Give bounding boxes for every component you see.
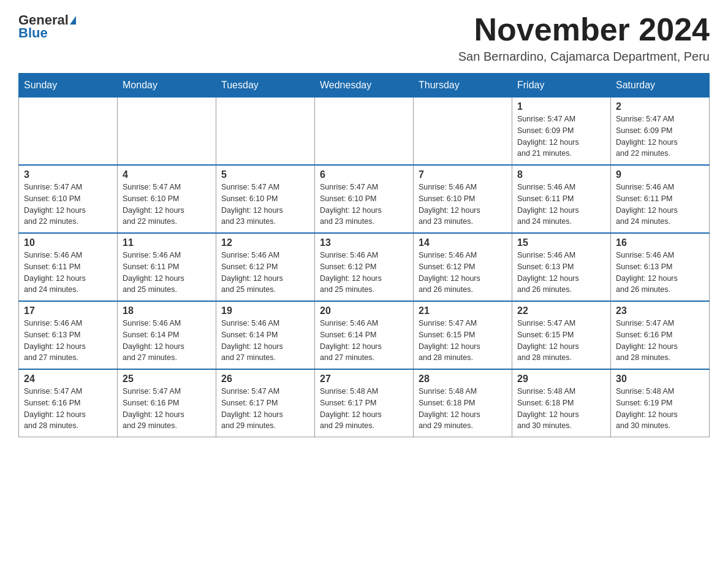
page-header: General Blue November 2024 San Bernardin… (18, 12, 710, 64)
day-number: 14 (419, 237, 507, 248)
day-info: Sunrise: 5:46 AM Sunset: 6:13 PM Dayligh… (24, 318, 112, 364)
calendar-cell: 4Sunrise: 5:47 AM Sunset: 6:10 PM Daylig… (118, 165, 216, 233)
calendar-cell: 9Sunrise: 5:46 AM Sunset: 6:11 PM Daylig… (611, 165, 710, 233)
day-info: Sunrise: 5:47 AM Sunset: 6:15 PM Dayligh… (419, 318, 507, 364)
calendar-cell: 11Sunrise: 5:46 AM Sunset: 6:11 PM Dayli… (118, 233, 216, 301)
week-row-5: 24Sunrise: 5:47 AM Sunset: 6:16 PM Dayli… (19, 369, 710, 437)
calendar-cell: 20Sunrise: 5:46 AM Sunset: 6:14 PM Dayli… (315, 301, 414, 369)
day-info: Sunrise: 5:47 AM Sunset: 6:10 PM Dayligh… (24, 182, 112, 228)
weekday-header-thursday: Thursday (414, 74, 512, 98)
weekday-header-wednesday: Wednesday (315, 74, 414, 98)
day-info: Sunrise: 5:48 AM Sunset: 6:18 PM Dayligh… (517, 386, 605, 432)
day-number: 9 (616, 169, 704, 180)
day-number: 26 (221, 373, 309, 385)
calendar-cell: 6Sunrise: 5:47 AM Sunset: 6:10 PM Daylig… (315, 165, 414, 233)
calendar-cell (118, 98, 216, 166)
calendar-cell: 15Sunrise: 5:46 AM Sunset: 6:13 PM Dayli… (512, 233, 611, 301)
logo-triangle-icon (70, 16, 76, 25)
logo-blue: Blue (18, 25, 48, 41)
day-info: Sunrise: 5:48 AM Sunset: 6:19 PM Dayligh… (616, 386, 704, 432)
day-info: Sunrise: 5:47 AM Sunset: 6:15 PM Dayligh… (517, 318, 605, 364)
day-number: 3 (24, 169, 112, 180)
calendar-table: SundayMondayTuesdayWednesdayThursdayFrid… (18, 73, 710, 437)
calendar-cell: 14Sunrise: 5:46 AM Sunset: 6:12 PM Dayli… (414, 233, 512, 301)
logo: General Blue (18, 12, 76, 41)
day-number: 10 (24, 237, 112, 248)
calendar-cell: 30Sunrise: 5:48 AM Sunset: 6:19 PM Dayli… (611, 369, 710, 437)
day-number: 17 (24, 305, 112, 316)
day-info: Sunrise: 5:46 AM Sunset: 6:12 PM Dayligh… (320, 250, 408, 296)
day-number: 8 (517, 169, 605, 180)
calendar-cell: 29Sunrise: 5:48 AM Sunset: 6:18 PM Dayli… (512, 369, 611, 437)
day-number: 5 (221, 169, 309, 180)
month-title: November 2024 (458, 12, 710, 47)
day-number: 7 (419, 169, 507, 180)
calendar-cell: 7Sunrise: 5:46 AM Sunset: 6:10 PM Daylig… (414, 165, 512, 233)
calendar-cell: 25Sunrise: 5:47 AM Sunset: 6:16 PM Dayli… (118, 369, 216, 437)
day-number: 22 (517, 305, 605, 316)
day-number: 16 (616, 237, 704, 248)
day-info: Sunrise: 5:48 AM Sunset: 6:17 PM Dayligh… (320, 386, 408, 432)
day-number: 12 (221, 237, 309, 248)
day-number: 28 (419, 373, 507, 385)
calendar-cell: 19Sunrise: 5:46 AM Sunset: 6:14 PM Dayli… (216, 301, 315, 369)
calendar-cell: 10Sunrise: 5:46 AM Sunset: 6:11 PM Dayli… (19, 233, 118, 301)
calendar-cell: 5Sunrise: 5:47 AM Sunset: 6:10 PM Daylig… (216, 165, 315, 233)
calendar-cell: 3Sunrise: 5:47 AM Sunset: 6:10 PM Daylig… (19, 165, 118, 233)
day-number: 30 (616, 373, 704, 385)
day-info: Sunrise: 5:46 AM Sunset: 6:12 PM Dayligh… (419, 250, 507, 296)
day-info: Sunrise: 5:47 AM Sunset: 6:10 PM Dayligh… (123, 182, 211, 228)
calendar-cell: 18Sunrise: 5:46 AM Sunset: 6:14 PM Dayli… (118, 301, 216, 369)
day-number: 1 (517, 101, 605, 112)
day-info: Sunrise: 5:46 AM Sunset: 6:14 PM Dayligh… (221, 318, 309, 364)
day-number: 4 (123, 169, 211, 180)
day-info: Sunrise: 5:47 AM Sunset: 6:10 PM Dayligh… (221, 182, 309, 228)
day-info: Sunrise: 5:46 AM Sunset: 6:13 PM Dayligh… (517, 250, 605, 296)
weekday-header-monday: Monday (118, 74, 216, 98)
calendar-cell: 8Sunrise: 5:46 AM Sunset: 6:11 PM Daylig… (512, 165, 611, 233)
calendar-cell: 1Sunrise: 5:47 AM Sunset: 6:09 PM Daylig… (512, 98, 611, 166)
calendar-cell: 12Sunrise: 5:46 AM Sunset: 6:12 PM Dayli… (216, 233, 315, 301)
calendar-cell: 27Sunrise: 5:48 AM Sunset: 6:17 PM Dayli… (315, 369, 414, 437)
week-row-4: 17Sunrise: 5:46 AM Sunset: 6:13 PM Dayli… (19, 301, 710, 369)
calendar-cell (315, 98, 414, 166)
calendar-cell: 21Sunrise: 5:47 AM Sunset: 6:15 PM Dayli… (414, 301, 512, 369)
day-info: Sunrise: 5:47 AM Sunset: 6:09 PM Dayligh… (616, 113, 704, 159)
calendar-cell: 28Sunrise: 5:48 AM Sunset: 6:18 PM Dayli… (414, 369, 512, 437)
day-info: Sunrise: 5:48 AM Sunset: 6:18 PM Dayligh… (419, 386, 507, 432)
weekday-header-row: SundayMondayTuesdayWednesdayThursdayFrid… (19, 74, 710, 98)
day-info: Sunrise: 5:46 AM Sunset: 6:13 PM Dayligh… (616, 250, 704, 296)
calendar-cell: 24Sunrise: 5:47 AM Sunset: 6:16 PM Dayli… (19, 369, 118, 437)
week-row-3: 10Sunrise: 5:46 AM Sunset: 6:11 PM Dayli… (19, 233, 710, 301)
calendar-cell (414, 98, 512, 166)
day-info: Sunrise: 5:47 AM Sunset: 6:17 PM Dayligh… (221, 386, 309, 432)
day-number: 27 (320, 373, 408, 385)
day-number: 19 (221, 305, 309, 316)
day-number: 18 (123, 305, 211, 316)
location-title: San Bernardino, Cajamarca Department, Pe… (458, 50, 710, 64)
calendar-cell: 13Sunrise: 5:46 AM Sunset: 6:12 PM Dayli… (315, 233, 414, 301)
day-number: 2 (616, 101, 704, 112)
calendar-cell: 23Sunrise: 5:47 AM Sunset: 6:16 PM Dayli… (611, 301, 710, 369)
week-row-2: 3Sunrise: 5:47 AM Sunset: 6:10 PM Daylig… (19, 165, 710, 233)
day-info: Sunrise: 5:46 AM Sunset: 6:11 PM Dayligh… (616, 182, 704, 228)
day-info: Sunrise: 5:46 AM Sunset: 6:11 PM Dayligh… (24, 250, 112, 296)
day-info: Sunrise: 5:46 AM Sunset: 6:14 PM Dayligh… (320, 318, 408, 364)
calendar-cell: 17Sunrise: 5:46 AM Sunset: 6:13 PM Dayli… (19, 301, 118, 369)
calendar-cell (19, 98, 118, 166)
day-info: Sunrise: 5:46 AM Sunset: 6:12 PM Dayligh… (221, 250, 309, 296)
calendar-cell: 2Sunrise: 5:47 AM Sunset: 6:09 PM Daylig… (611, 98, 710, 166)
calendar-cell: 22Sunrise: 5:47 AM Sunset: 6:15 PM Dayli… (512, 301, 611, 369)
day-info: Sunrise: 5:46 AM Sunset: 6:11 PM Dayligh… (123, 250, 211, 296)
day-number: 20 (320, 305, 408, 316)
day-info: Sunrise: 5:47 AM Sunset: 6:16 PM Dayligh… (24, 386, 112, 432)
calendar-cell: 26Sunrise: 5:47 AM Sunset: 6:17 PM Dayli… (216, 369, 315, 437)
day-number: 13 (320, 237, 408, 248)
day-info: Sunrise: 5:47 AM Sunset: 6:09 PM Dayligh… (517, 113, 605, 159)
day-info: Sunrise: 5:46 AM Sunset: 6:10 PM Dayligh… (419, 182, 507, 228)
day-number: 23 (616, 305, 704, 316)
calendar-cell (216, 98, 315, 166)
day-number: 29 (517, 373, 605, 385)
day-info: Sunrise: 5:46 AM Sunset: 6:14 PM Dayligh… (123, 318, 211, 364)
day-info: Sunrise: 5:47 AM Sunset: 6:16 PM Dayligh… (616, 318, 704, 364)
